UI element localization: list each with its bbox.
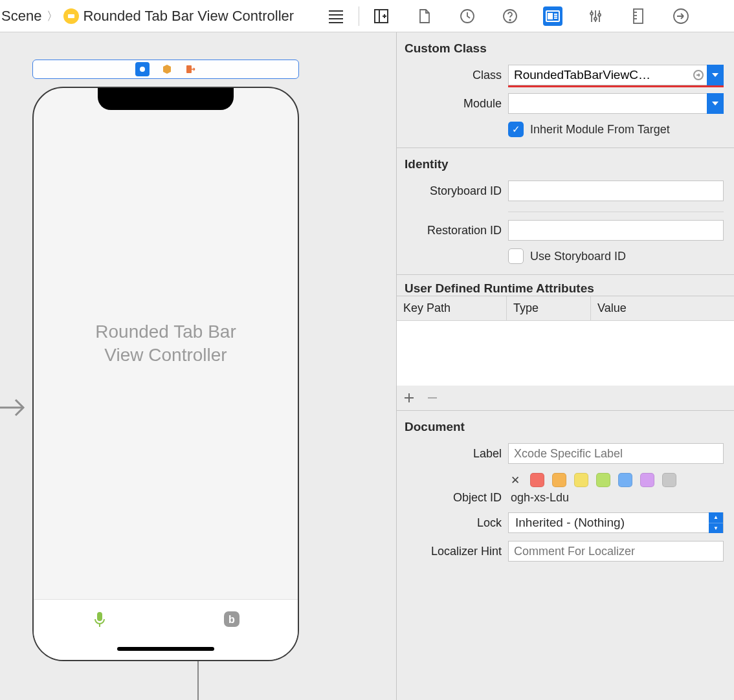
inspector-tabs [389,6,734,26]
svg-rect-23 [634,9,643,23]
scene-header[interactable] [32,60,299,79]
scene-vc-icon[interactable] [135,62,150,76]
module-input[interactable] [508,93,707,114]
label-color-row: ✕ [405,468,724,487]
connections-inspector-tab[interactable] [671,6,691,26]
section-document: Document Label ✕ Object ID ogh-xs-Ldu L [397,410,734,576]
lock-value: Inherited - (Nothing) [515,516,625,530]
phone-preview[interactable]: Rounded Tab Bar View Controller b [32,87,299,661]
help-inspector-tab[interactable] [500,6,520,26]
module-combobox[interactable] [508,93,724,114]
svg-rect-31 [97,612,102,621]
udra-table-body[interactable] [397,321,734,386]
svg-point-11 [509,19,511,21]
class-input[interactable] [508,65,690,85]
udra-col-type[interactable]: Type [507,296,591,320]
udra-title: User Defined Runtime Attributes [397,275,734,296]
divider [359,6,359,26]
udra-add-button[interactable] [403,392,415,404]
storyboard-id-input[interactable] [508,180,724,201]
canvas-title-line2: View Controller [95,344,236,367]
localizer-hint-input[interactable] [508,541,724,562]
svg-rect-13 [548,14,552,19]
file-inspector-tab[interactable] [415,6,434,26]
svg-point-20 [590,12,593,15]
module-dropdown-icon[interactable] [707,93,724,114]
size-inspector-tab[interactable] [628,6,648,26]
lock-select[interactable]: Inherited - (Nothing) ▲▼ [508,512,724,533]
storyboard-id-label: Storyboard ID [405,184,502,198]
class-navigate-icon[interactable] [690,65,707,85]
restoration-id-input[interactable] [508,220,724,241]
localizer-hint-label: Localizer Hint [405,545,502,558]
add-panel-icon[interactable] [373,8,389,24]
svg-point-22 [598,14,601,16]
doc-label-input[interactable] [508,443,724,464]
restoration-id-label: Restoration ID [405,224,502,237]
main: Rounded Tab Bar View Controller b Custom… [0,32,734,700]
breadcrumb: Scene 〉 Rounded Tab Bar View Controller [0,8,316,25]
color-clear-icon[interactable]: ✕ [508,474,522,487]
section-custom-class: Custom Class Class Module [397,32,734,148]
document-title: Document [405,417,724,439]
udra-col-keypath[interactable]: Key Path [397,296,507,320]
entry-arrow-icon[interactable] [0,396,28,419]
class-dropdown-icon[interactable] [707,65,724,85]
udra-table-header: Key Path Type Value [397,296,734,321]
history-inspector-tab[interactable] [458,6,477,26]
color-swatch-orange[interactable] [552,473,566,487]
home-indicator [117,647,214,651]
tab-item-b-icon[interactable]: b [221,609,242,629]
inspector-panel: Custom Class Class Module [396,32,734,700]
scene-stem [197,661,199,700]
breadcrumb-scene[interactable]: Scene [1,8,41,25]
udra-remove-button[interactable] [427,392,438,404]
color-swatch-gray[interactable] [662,473,676,487]
breadcrumb-controller[interactable]: Rounded Tab Bar View Controller [83,8,294,25]
color-swatch-blue[interactable] [618,473,632,487]
color-swatch-red[interactable] [530,473,544,487]
phone-notch [98,87,234,110]
storyboard-canvas[interactable]: Rounded Tab Bar View Controller b [0,32,396,700]
use-storyboard-id-label: Use Storyboard ID [530,250,626,263]
inherit-module-checkbox[interactable]: ✓ [508,122,524,137]
canvas-title-line1: Rounded Tab Bar [95,320,236,344]
tab-item-mic-icon[interactable] [89,609,110,629]
color-swatch-yellow[interactable] [574,473,588,487]
inherit-module-label: Inherit Module From Target [530,123,670,137]
outline-view-icon[interactable] [328,9,344,23]
object-id-label: Object ID [405,491,502,505]
svg-point-29 [140,67,145,72]
svg-rect-0 [68,14,74,18]
section-identity: Identity Storyboard ID Restoration ID Us… [397,148,734,275]
phone-body: Rounded Tab Bar View Controller [34,88,298,599]
attributes-inspector-tab[interactable] [586,6,605,26]
divider [508,212,724,212]
svg-text:b: b [228,614,235,625]
custom-class-title: Custom Class [405,39,724,61]
color-swatch-green[interactable] [596,473,610,487]
module-label: Module [405,97,502,111]
chevron-right-icon: 〉 [45,8,60,24]
class-combobox[interactable] [508,65,724,85]
view-controller-icon [63,8,79,24]
color-swatch-purple[interactable] [640,473,654,487]
doc-label-label: Label [405,447,502,461]
first-responder-icon[interactable] [161,63,173,75]
lock-label: Lock [405,516,502,530]
udra-col-value[interactable]: Value [591,296,734,320]
use-storyboard-id-checkbox[interactable] [508,248,524,264]
identity-title: Identity [405,155,724,177]
top-bar: Scene 〉 Rounded Tab Bar View Controller [0,0,734,32]
object-id-value: ogh-xs-Ldu [508,491,569,505]
class-error-underline [508,85,724,87]
exit-icon[interactable] [184,63,196,75]
canvas-toolbar [316,6,389,26]
svg-rect-30 [186,65,192,73]
udra-add-remove [397,386,734,410]
identity-inspector-tab[interactable] [543,6,562,26]
lock-stepper-icon[interactable]: ▲▼ [709,512,723,533]
class-label: Class [405,69,502,82]
svg-point-21 [594,17,597,20]
